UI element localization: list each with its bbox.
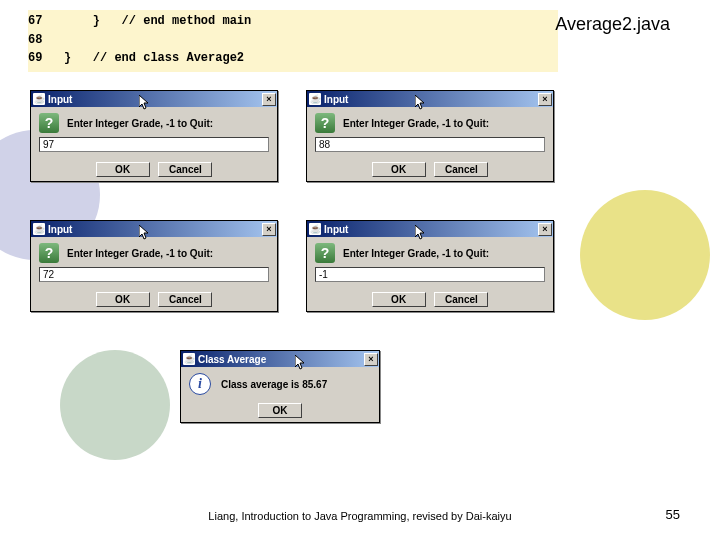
prompt-text: Enter Integer Grade, -1 to Quit: [343,118,489,129]
titlebar: ☕ Input × [307,221,553,237]
input-dialog-4: ☕ Input × ? Enter Integer Grade, -1 to Q… [306,220,554,312]
java-icon: ☕ [183,353,195,365]
page-number: 55 [666,507,680,522]
prompt-text: Enter Integer Grade, -1 to Quit: [343,248,489,259]
question-icon: ? [39,243,59,263]
grade-input[interactable]: 88 [315,137,545,152]
cursor-icon [415,95,427,111]
close-icon[interactable]: × [538,93,552,106]
grade-input[interactable]: 72 [39,267,269,282]
ok-button[interactable]: OK [96,292,150,307]
dialog-title: Class Average [198,354,266,365]
grade-input[interactable]: 97 [39,137,269,152]
dialog-title: Input [48,94,72,105]
cursor-icon [295,355,307,371]
code-line: 68 [28,33,50,47]
ok-button[interactable]: OK [96,162,150,177]
close-icon[interactable]: × [262,223,276,236]
java-icon: ☕ [33,223,45,235]
dialog-title: Input [324,224,348,235]
ok-button[interactable]: OK [372,292,426,307]
code-line: 69 } // end class Average2 [28,51,244,65]
result-dialog: ☕ Class Average × i Class average is 85.… [180,350,380,423]
cursor-icon [415,225,427,241]
bg-circle-yellow [580,190,710,320]
titlebar: ☕ Input × [31,221,277,237]
java-icon: ☕ [309,223,321,235]
cursor-icon [139,225,151,241]
input-dialog-1: ☕ Input × ? Enter Integer Grade, -1 to Q… [30,90,278,182]
question-icon: ? [39,113,59,133]
code-snippet: 67 } // end method main 68 69 } // end c… [28,10,558,72]
cancel-button[interactable]: Cancel [434,292,488,307]
input-dialog-3: ☕ Input × ? Enter Integer Grade, -1 to Q… [30,220,278,312]
question-icon: ? [315,113,335,133]
close-icon[interactable]: × [262,93,276,106]
cancel-button[interactable]: Cancel [434,162,488,177]
java-icon: ☕ [309,93,321,105]
prompt-text: Enter Integer Grade, -1 to Quit: [67,118,213,129]
titlebar: ☕ Input × [31,91,277,107]
close-icon[interactable]: × [538,223,552,236]
slide-title: Average2.java [555,14,670,35]
grade-input[interactable]: -1 [315,267,545,282]
titlebar: ☕ Class Average × [181,351,379,367]
cancel-button[interactable]: Cancel [158,162,212,177]
bg-circle-green [60,350,170,460]
prompt-text: Enter Integer Grade, -1 to Quit: [67,248,213,259]
dialog-title: Input [48,224,72,235]
cursor-icon [139,95,151,111]
dialog-title: Input [324,94,348,105]
close-icon[interactable]: × [364,353,378,366]
info-icon: i [189,373,211,395]
input-dialog-2: ☕ Input × ? Enter Integer Grade, -1 to Q… [306,90,554,182]
footer-text: Liang, Introduction to Java Programming,… [0,510,720,522]
ok-button[interactable]: OK [372,162,426,177]
result-text: Class average is 85.67 [221,379,327,390]
cancel-button[interactable]: Cancel [158,292,212,307]
question-icon: ? [315,243,335,263]
titlebar: ☕ Input × [307,91,553,107]
ok-button[interactable]: OK [258,403,302,418]
java-icon: ☕ [33,93,45,105]
code-line: 67 } // end method main [28,14,251,28]
